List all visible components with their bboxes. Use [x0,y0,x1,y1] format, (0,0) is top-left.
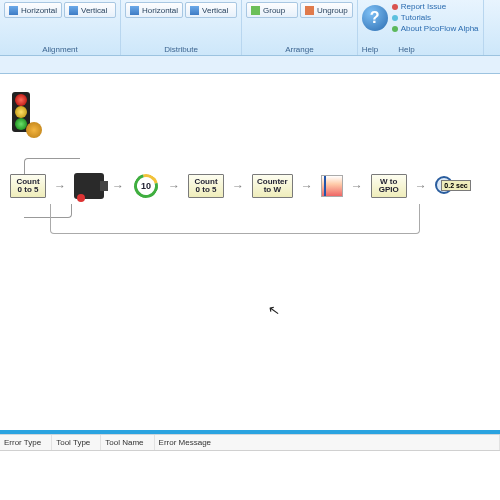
col-error-message[interactable]: Error Message [155,435,500,450]
about-icon [392,26,398,32]
ungroup-icon [305,6,314,15]
arrow-icon: → [168,179,180,193]
ungroup-button[interactable]: Ungroup [300,2,353,18]
ribbon-group-arrange: Group Ungroup Arrange [242,0,358,55]
node-cycle-10[interactable]: 10 [132,172,160,200]
ribbon-group-distribute: Horizontal Vertical Distribute [121,0,242,55]
node-w-to-gpio[interactable]: W to GPIO [371,174,407,199]
arrow-icon: → [112,179,124,193]
col-error-type[interactable]: Error Type [0,435,52,450]
node-wgpio-line2: GPIO [376,186,402,194]
tutorials-label: Tutorials [401,13,431,22]
align-vertical-icon [69,6,78,15]
report-issue-label: Report Issue [401,2,446,11]
arrow-icon: → [415,179,427,193]
col-tool-name[interactable]: Tool Name [101,435,154,450]
node-count-0-to-5-b[interactable]: Count 0 to 5 [188,174,224,199]
arrow-icon: → [54,179,66,193]
node-timer[interactable]: 0.2 sec [435,174,461,198]
distribute-horizontal-button[interactable]: Horizontal [125,2,183,18]
error-panel: Error Type Tool Type Tool Name Error Mes… [0,434,500,500]
group-label: Group [263,6,285,15]
node-count-b-line2: 0 to 5 [193,186,219,194]
node-chart[interactable] [321,175,343,197]
align-vertical-label: Vertical [81,6,107,15]
ribbon-toolbar: Horizontal Vertical Alignment Horizontal… [0,0,500,56]
cycle-number: 10 [132,172,160,200]
align-horizontal-button[interactable]: Horizontal [4,2,62,18]
flow-canvas[interactable]: Count 0 to 5 → → 10 → Count 0 to 5 → Cou… [0,74,500,430]
node-camera[interactable] [74,173,104,199]
help-icon[interactable]: ? [362,5,388,31]
distribute-vertical-button[interactable]: Vertical [185,2,237,18]
distribute-vertical-label: Vertical [202,6,228,15]
help-group-label: Help [398,45,414,54]
align-horizontal-icon [9,6,18,15]
report-issue-link[interactable]: Report Issue [392,2,446,11]
distribute-horizontal-label: Horizontal [142,6,178,15]
ungroup-label: Ungroup [317,6,348,15]
tutorials-link[interactable]: Tutorials [392,13,431,22]
group-button[interactable]: Group [246,2,298,18]
about-link[interactable]: About PicoFlow Alpha [392,24,479,33]
align-horizontal-label: Horizontal [21,6,57,15]
col-tool-type[interactable]: Tool Type [52,435,101,450]
help-big-label: Help [362,45,378,54]
ribbon-group-alignment: Horizontal Vertical Alignment [0,0,121,55]
ribbon-group-arrange-label: Arrange [246,43,353,54]
group-icon [251,6,260,15]
arrow-icon: → [232,179,244,193]
connector-loop-outer [50,204,420,234]
flow-chain: Count 0 to 5 → → 10 → Count 0 to 5 → Cou… [10,172,461,200]
ribbon-group-help: ? Report Issue Tutorials About PicoFlow … [358,0,484,55]
ribbon-group-distribute-label: Distribute [125,43,237,54]
arrow-icon: → [301,179,313,193]
node-count-a-line2: 0 to 5 [15,186,41,194]
distribute-horizontal-icon [130,6,139,15]
arrow-icon: → [351,179,363,193]
align-vertical-button[interactable]: Vertical [64,2,116,18]
distribute-vertical-icon [190,6,199,15]
about-label: About PicoFlow Alpha [401,24,479,33]
start-node-traffic-light[interactable] [6,92,46,142]
node-count-0-to-5-a[interactable]: Count 0 to 5 [10,174,46,199]
node-counter-line2: to W [257,186,288,194]
node-counter-to-w[interactable]: Counter to W [252,174,293,199]
ribbon-group-alignment-label: Alignment [4,43,116,54]
record-indicator-icon [77,194,85,202]
error-panel-header: Error Type Tool Type Tool Name Error Mes… [0,435,500,451]
gear-icon [26,122,42,138]
timer-value: 0.2 sec [441,180,470,191]
secondary-strip [0,56,500,74]
tutorials-icon [392,15,398,21]
mouse-cursor-icon: ↖ [267,301,282,319]
report-issue-icon [392,4,398,10]
